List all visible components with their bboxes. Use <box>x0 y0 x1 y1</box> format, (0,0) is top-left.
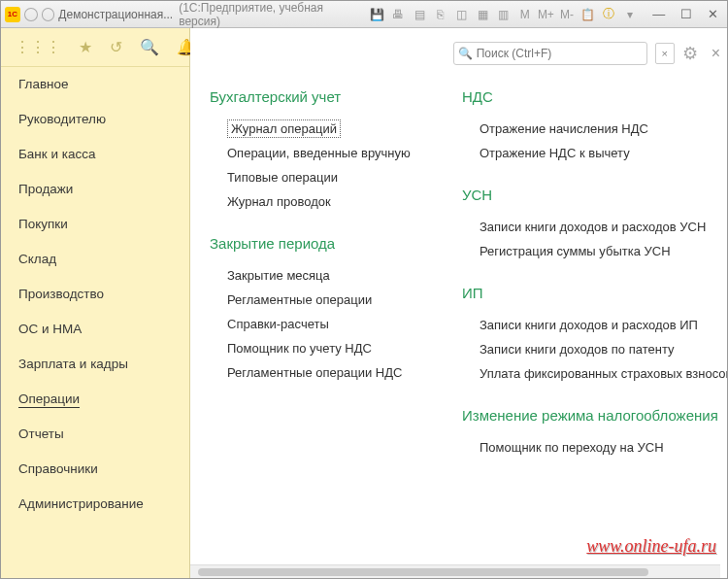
content-col-2: НДСОтражение начисления НДСОтражение НДС… <box>462 88 727 539</box>
scrollbar-thumb[interactable] <box>198 568 648 576</box>
content-col-1: Бухгалтерский учетЖурнал операцийОпераци… <box>210 88 443 539</box>
sidebar-item-6[interactable]: Производство <box>1 277 189 312</box>
menu-link[interactable]: Закрытие месяца <box>210 263 443 288</box>
sidebar-item-3[interactable]: Продажи <box>1 172 189 207</box>
menu-link[interactable]: Регистрация суммы убытка УСН <box>462 239 727 263</box>
clipboard-icon[interactable]: 📋 <box>579 6 597 23</box>
panel-close-icon[interactable]: × <box>711 45 720 62</box>
search-icon[interactable]: 🔍 <box>140 38 159 56</box>
sidebar-item-9[interactable]: Операции <box>1 382 189 417</box>
sidebar-item-label: Зарплата и кадры <box>18 357 128 371</box>
sidebar-item-8[interactable]: Зарплата и кадры <box>1 347 189 382</box>
menu-link[interactable]: Типовые операции <box>210 165 443 189</box>
menu-link-label: Отражение начисления НДС <box>480 121 648 136</box>
menu-link-label: Отражение НДС к вычету <box>480 146 630 160</box>
menu-link-label: Помощник по переходу на УСН <box>480 440 664 455</box>
menu-link-label: Записи книги доходов и расходов УСН <box>480 220 706 234</box>
app-window: 1C Демонстрационная... (1С:Предприятие, … <box>0 0 728 579</box>
app-body: ⋮⋮⋮ ★ ↺ 🔍 🔔 ГлавноеРуководителюБанк и ка… <box>1 28 727 578</box>
menu-link[interactable]: Отражение начисления НДС <box>462 117 727 141</box>
menu-link[interactable]: Операции, введенные вручную <box>210 141 443 165</box>
sidebar-item-label: ОС и НМА <box>18 322 82 336</box>
sidebar-item-2[interactable]: Банк и касса <box>1 137 189 172</box>
link-icon[interactable]: ⎘ <box>432 6 449 23</box>
horizontal-scrollbar[interactable] <box>190 564 720 578</box>
print-icon[interactable]: 🖶 <box>390 6 408 23</box>
sidebar: ⋮⋮⋮ ★ ↺ 🔍 🔔 ГлавноеРуководителюБанк и ка… <box>1 28 190 578</box>
menu-link[interactable]: Уплата фиксированных страховых взносов <box>462 361 727 386</box>
info-icon[interactable]: ⓘ <box>601 6 618 23</box>
search-input-wrap[interactable]: 🔍 <box>453 42 647 65</box>
sidebar-item-label: Главное <box>18 77 69 91</box>
search-clear-button[interactable]: × <box>655 43 675 64</box>
menu-link-label: Закрытие месяца <box>227 268 330 283</box>
main-panel: 🔍 × ⚙ × Бухгалтерский учетЖурнал операци… <box>190 28 727 578</box>
maximize-button[interactable]: ☐ <box>676 6 697 23</box>
section-title[interactable]: Бухгалтерский учет <box>210 88 443 105</box>
menu-link-label: Регламентные операции НДС <box>227 365 402 380</box>
menu-link-label: Записи книги доходов по патенту <box>480 342 674 357</box>
menu-link-label: Регистрация суммы убытка УСН <box>480 244 671 258</box>
menu-link[interactable]: Регламентные операции НДС <box>210 360 443 385</box>
menu-link[interactable]: Записи книги доходов и расходов УСН <box>462 215 727 239</box>
mem-mminus-icon[interactable]: M- <box>558 6 576 23</box>
menu-link-label: Журнал проводок <box>227 194 331 209</box>
content: Бухгалтерский учетЖурнал операцийОпераци… <box>190 71 727 578</box>
doc-icon[interactable]: ▤ <box>411 6 428 23</box>
menu-link[interactable]: Помощник по переходу на УСН <box>462 435 727 460</box>
menu-link[interactable]: Журнал проводок <box>210 189 443 214</box>
menu-link-label: Записи книги доходов и расходов ИП <box>480 318 698 332</box>
section-title[interactable]: Изменение режима налогообложения <box>462 407 727 424</box>
section-title[interactable]: УСН <box>462 187 727 203</box>
sidebar-item-label: Администрирование <box>18 496 144 511</box>
section-title[interactable]: Закрытие периода <box>210 235 443 252</box>
sidebar-item-label: Покупки <box>18 217 68 231</box>
app-logo-icon: 1C <box>5 7 20 22</box>
mem-m-icon[interactable]: M <box>516 6 534 23</box>
sidebar-item-12[interactable]: Администрирование <box>1 487 189 522</box>
calendar-icon[interactable]: ▦ <box>474 6 491 23</box>
gear-icon[interactable]: ⚙ <box>682 43 698 64</box>
sidebar-item-5[interactable]: Склад <box>1 242 189 277</box>
star-icon[interactable]: ★ <box>79 38 92 56</box>
calc-icon[interactable]: ▥ <box>495 6 513 23</box>
compare-icon[interactable]: ◫ <box>453 6 471 23</box>
menu-link[interactable]: Журнал операций <box>210 117 443 141</box>
titlebar: 1C Демонстрационная... (1С:Предприятие, … <box>1 1 727 28</box>
sidebar-item-0[interactable]: Главное <box>1 67 189 102</box>
menu-link[interactable]: Регламентные операции <box>210 288 443 312</box>
menu-link[interactable]: Справки-расчеты <box>210 312 443 336</box>
minimize-button[interactable]: — <box>648 6 670 23</box>
close-button[interactable]: ✕ <box>702 6 723 23</box>
apps-icon[interactable]: ⋮⋮⋮ <box>15 38 61 56</box>
sidebar-list: ГлавноеРуководителюБанк и кассаПродажиПо… <box>1 67 189 578</box>
menu-link[interactable]: Записи книги доходов и расходов ИП <box>462 313 727 337</box>
sidebar-item-label: Склад <box>18 252 56 266</box>
menu-link-label: Регламентные операции <box>227 292 372 307</box>
sidebar-item-7[interactable]: ОС и НМА <box>1 312 189 347</box>
sidebar-item-label: Производство <box>18 287 104 301</box>
menu-link-label: Журнал операций <box>227 119 341 138</box>
search-input[interactable] <box>477 47 643 60</box>
nav-back-icon[interactable] <box>24 8 38 21</box>
window-title: Демонстрационная... <box>58 8 173 21</box>
menu-link[interactable]: Записи книги доходов по патенту <box>462 337 727 361</box>
menu-link[interactable]: Помощник по учету НДС <box>210 336 443 360</box>
menu-link[interactable]: Отражение НДС к вычету <box>462 141 727 165</box>
dropdown-icon[interactable]: ▾ <box>621 6 639 23</box>
section-title[interactable]: ИП <box>462 285 727 301</box>
section-title[interactable]: НДС <box>462 88 727 105</box>
sidebar-item-4[interactable]: Покупки <box>1 207 189 242</box>
menu-link-label: Помощник по учету НДС <box>227 341 372 356</box>
search-mag-icon: 🔍 <box>458 47 473 60</box>
history-icon[interactable]: ↺ <box>110 38 122 56</box>
nav-fwd-icon[interactable] <box>42 8 55 21</box>
sidebar-item-label: Продажи <box>18 182 73 196</box>
mem-mplus-icon[interactable]: M+ <box>538 6 555 23</box>
save-icon[interactable]: 💾 <box>369 6 386 23</box>
sidebar-item-1[interactable]: Руководителю <box>1 102 189 137</box>
sidebar-item-11[interactable]: Справочники <box>1 452 189 487</box>
menu-link-label: Операции, введенные вручную <box>227 146 411 160</box>
menu-link-label: Справки-расчеты <box>227 317 329 331</box>
sidebar-item-10[interactable]: Отчеты <box>1 417 189 452</box>
